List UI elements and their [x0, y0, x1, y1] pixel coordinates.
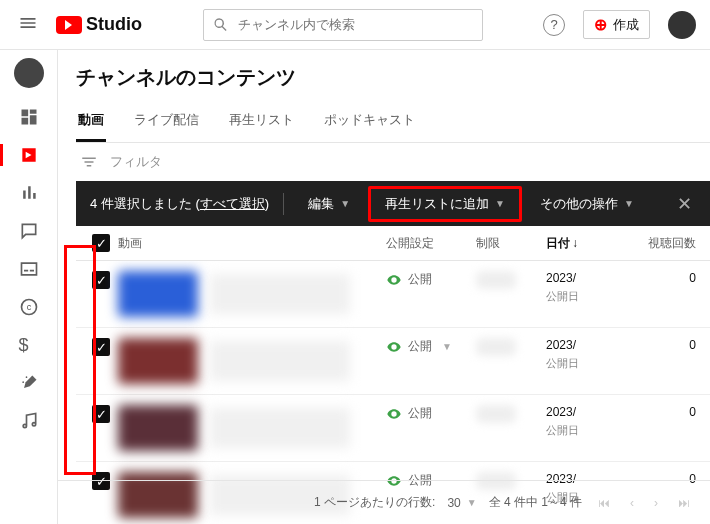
video-title [210, 408, 350, 448]
svg-point-2 [22, 381, 24, 383]
video-title [210, 274, 350, 314]
chevron-down-icon: ▼ [442, 341, 452, 352]
table-header: ✓ 動画 公開設定 制限 日付 ↓ 視聴回数 [76, 226, 710, 261]
filter-label: フィルタ [110, 153, 162, 171]
selection-bar: 4 件選択しました (すべて選択) 編集▼ 再生リストに追加▼ その他の操作▼ … [76, 181, 710, 226]
more-actions-button[interactable]: その他の操作▼ [530, 189, 644, 219]
create-button[interactable]: ⊕ 作成 [583, 10, 650, 39]
visibility-cell[interactable]: 公開 [386, 405, 476, 422]
svg-point-3 [25, 376, 27, 378]
sidebar-analytics[interactable] [8, 176, 50, 210]
tabs: 動画ライブ配信再生リストポッドキャスト [76, 101, 710, 143]
svg-text:c: c [26, 302, 31, 312]
sidebar: c $ [0, 50, 58, 524]
select-all-checkbox[interactable]: ✓ [92, 234, 110, 252]
top-bar: Studio ? ⊕ 作成 [0, 0, 710, 50]
date-cell: 2023/公開日 [546, 405, 636, 438]
date-cell: 2023/公開日 [546, 338, 636, 371]
col-visibility[interactable]: 公開設定 [386, 235, 476, 252]
chevron-down-icon: ▼ [340, 198, 350, 209]
visibility-cell[interactable]: 公開 [386, 271, 476, 288]
select-all-link[interactable]: すべて選択 [200, 196, 265, 211]
pagination-footer: 1 ページあたりの行数: 30▼ 全 4 件中 1～4 件 ⏮ ‹ › ⏭ [58, 480, 710, 524]
page-last-icon[interactable]: ⏭ [674, 492, 694, 514]
close-icon[interactable]: ✕ [673, 189, 696, 219]
sidebar-customization[interactable] [8, 366, 50, 400]
studio-logo[interactable]: Studio [56, 14, 142, 35]
youtube-icon [56, 16, 82, 34]
col-video[interactable]: 動画 [118, 235, 386, 252]
col-restrictions[interactable]: 制限 [476, 235, 546, 252]
video-title [210, 341, 350, 381]
col-views[interactable]: 視聴回数 [636, 235, 696, 252]
sidebar-dashboard[interactable] [8, 100, 50, 134]
chevron-down-icon: ▼ [495, 198, 505, 209]
add-to-playlist-button[interactable]: 再生リストに追加▼ [368, 186, 522, 222]
row-checkbox[interactable]: ✓ [92, 338, 110, 356]
page-prev-icon[interactable]: ‹ [626, 492, 638, 514]
sort-down-icon: ↓ [572, 236, 578, 250]
date-cell: 2023/公開日 [546, 271, 636, 304]
filter-row[interactable]: フィルタ [76, 143, 710, 181]
col-date[interactable]: 日付 ↓ [546, 235, 636, 252]
logo-text: Studio [86, 14, 142, 35]
search-input[interactable] [238, 17, 474, 32]
avatar[interactable] [668, 11, 696, 39]
sidebar-copyright[interactable]: c [8, 290, 50, 324]
table-row[interactable]: ✓ 公開▼ 2023/公開日 0 [76, 328, 710, 395]
page-title: チャンネルのコンテンツ [76, 64, 710, 91]
sidebar-subtitles[interactable] [8, 252, 50, 286]
restrictions-cell [476, 271, 546, 289]
restrictions-cell [476, 338, 546, 356]
tab-ポッドキャスト[interactable]: ポッドキャスト [322, 101, 417, 142]
main-content: チャンネルのコンテンツ 動画ライブ配信再生リストポッドキャスト フィルタ 4 件… [58, 50, 710, 524]
video-thumbnail[interactable] [118, 271, 198, 317]
views-cell: 0 [636, 405, 696, 419]
row-checkbox[interactable]: ✓ [92, 271, 110, 289]
table-row[interactable]: ✓ 公開 2023/公開日 0 [76, 261, 710, 328]
tab-再生リスト[interactable]: 再生リスト [227, 101, 296, 142]
table-row[interactable]: ✓ 公開 2023/公開日 0 [76, 395, 710, 462]
chevron-down-icon: ▼ [624, 198, 634, 209]
rows-per-page-label: 1 ページあたりの行数: [314, 494, 435, 511]
restrictions-cell [476, 405, 546, 423]
tab-動画[interactable]: 動画 [76, 101, 106, 142]
public-icon [386, 339, 402, 355]
views-cell: 0 [636, 271, 696, 285]
plus-icon: ⊕ [594, 15, 607, 34]
public-icon [386, 272, 402, 288]
sidebar-comments[interactable] [8, 214, 50, 248]
create-label: 作成 [613, 16, 639, 34]
edit-button[interactable]: 編集▼ [298, 189, 360, 219]
channel-avatar[interactable] [14, 58, 44, 88]
video-thumbnail[interactable] [118, 405, 198, 451]
views-cell: 0 [636, 338, 696, 352]
rows-per-page-select[interactable]: 30▼ [447, 496, 476, 510]
chevron-down-icon: ▼ [467, 497, 477, 508]
public-icon [386, 406, 402, 422]
tab-ライブ配信[interactable]: ライブ配信 [132, 101, 201, 142]
sidebar-monetization[interactable]: $ [8, 328, 50, 362]
visibility-cell[interactable]: 公開▼ [386, 338, 476, 355]
row-checkbox[interactable]: ✓ [92, 405, 110, 423]
filter-icon [80, 153, 98, 171]
page-first-icon[interactable]: ⏮ [594, 492, 614, 514]
menu-icon[interactable] [14, 9, 42, 40]
search-icon [212, 16, 230, 34]
video-thumbnail[interactable] [118, 338, 198, 384]
sidebar-audio[interactable] [8, 404, 50, 438]
page-next-icon[interactable]: › [650, 492, 662, 514]
selection-count: 4 件選択しました (すべて選択) [90, 195, 269, 213]
sidebar-content[interactable] [8, 138, 50, 172]
search-box[interactable] [203, 9, 483, 41]
page-range: 全 4 件中 1～4 件 [489, 494, 582, 511]
help-icon[interactable]: ? [543, 14, 565, 36]
